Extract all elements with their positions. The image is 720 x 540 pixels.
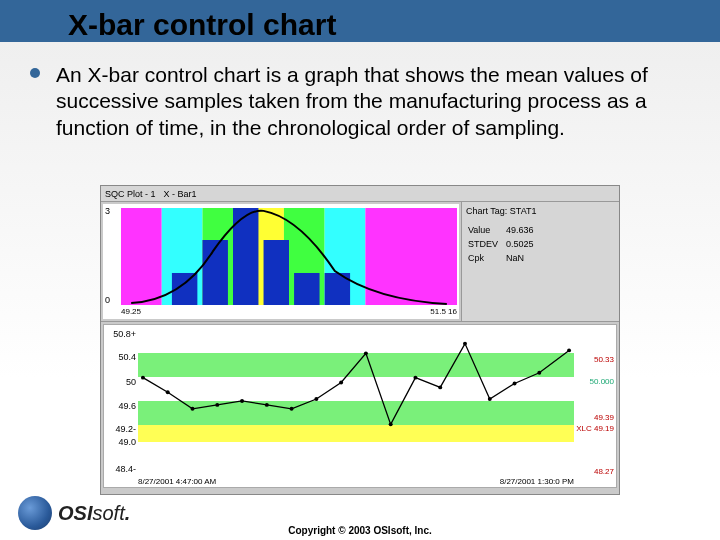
xbar-plot: 50.33 50.000 49.39 XLC 49.19 48.27 bbox=[138, 329, 574, 473]
chart-tag-header: Chart Tag: STAT1 bbox=[466, 206, 615, 216]
fig-tab-1: SQC Plot - 1 bbox=[105, 189, 156, 199]
value-value: 49.636 bbox=[506, 224, 540, 236]
ytick-4: 49.2- bbox=[115, 424, 136, 434]
stats-table: Value49.636 STDEV0.5025 CpkNaN bbox=[466, 222, 542, 266]
svg-point-13 bbox=[141, 376, 145, 380]
ytick-5: 49.0 bbox=[118, 437, 136, 447]
hist-y-max: 3 bbox=[105, 206, 110, 216]
svg-point-22 bbox=[364, 351, 368, 355]
ytick-0: 50.8+ bbox=[113, 329, 136, 339]
limit-l3: 48.27 bbox=[594, 467, 614, 476]
limit-l1: 49.39 bbox=[594, 413, 614, 422]
svg-rect-0 bbox=[121, 208, 162, 305]
svg-point-28 bbox=[513, 382, 517, 386]
bullet-icon bbox=[30, 68, 40, 78]
cpk-value: NaN bbox=[506, 252, 540, 264]
svg-point-16 bbox=[215, 403, 219, 407]
stdev-label: STDEV bbox=[468, 238, 504, 250]
svg-point-19 bbox=[290, 407, 294, 411]
svg-point-15 bbox=[191, 407, 195, 411]
limit-l2: XLC 49.19 bbox=[576, 424, 614, 433]
slide-title: X-bar control chart bbox=[68, 8, 344, 42]
value-label: Value bbox=[468, 224, 504, 236]
svg-point-29 bbox=[537, 371, 541, 375]
hist-plot bbox=[121, 208, 457, 305]
svg-point-27 bbox=[488, 397, 492, 401]
logo-soft: soft bbox=[92, 502, 124, 524]
hist-x-left: 49.25 bbox=[121, 307, 141, 319]
hist-y-axis: 3 0 bbox=[105, 206, 119, 305]
cpk-label: Cpk bbox=[468, 252, 504, 264]
spc-screenshot: SQC Plot - 1 X - Bar1 3 0 bbox=[100, 185, 620, 495]
xbar-chart: 50.8+ 50.4 50 49.6 49.2- 49.0 48.4- 50.3… bbox=[103, 324, 617, 488]
histogram-chart: 3 0 bbox=[103, 204, 459, 319]
hist-x-axis: 49.25 51.5 16 bbox=[121, 307, 457, 319]
hist-x-right: 51.5 16 bbox=[430, 307, 457, 319]
svg-point-14 bbox=[166, 390, 170, 394]
svg-rect-6 bbox=[365, 208, 457, 305]
svg-point-20 bbox=[314, 397, 318, 401]
ytick-2: 50 bbox=[126, 377, 136, 387]
svg-point-24 bbox=[413, 376, 417, 380]
figure-titlebar: SQC Plot - 1 X - Bar1 bbox=[101, 186, 619, 202]
xbar-x-left: 8/27/2001 4:47:00 AM bbox=[138, 477, 216, 486]
svg-point-30 bbox=[567, 348, 571, 352]
stdev-value: 0.5025 bbox=[506, 238, 540, 250]
logo-bold: OSI bbox=[58, 502, 92, 524]
logo-text: OSIsoft. bbox=[58, 502, 130, 525]
svg-point-18 bbox=[265, 403, 269, 407]
svg-rect-11 bbox=[294, 273, 319, 305]
svg-point-25 bbox=[438, 385, 442, 389]
ytick-6: 48.4- bbox=[115, 464, 136, 474]
svg-rect-10 bbox=[264, 240, 289, 305]
svg-point-23 bbox=[389, 422, 393, 426]
body-paragraph: An X-bar control chart is a graph that s… bbox=[56, 62, 676, 141]
ytick-3: 49.6 bbox=[118, 401, 136, 411]
svg-point-17 bbox=[240, 399, 244, 403]
xbar-x-right: 8/27/2001 1:30:0 PM bbox=[500, 477, 574, 486]
fig-tab-2: X - Bar1 bbox=[164, 189, 197, 199]
xbar-x-axis: 8/27/2001 4:47:00 AM 8/27/2001 1:30:0 PM bbox=[138, 477, 574, 486]
xbar-y-axis: 50.8+ 50.4 50 49.6 49.2- 49.0 48.4- bbox=[106, 329, 136, 473]
hist-y-min: 0 bbox=[105, 295, 110, 305]
limit-u1: 50.33 bbox=[594, 355, 614, 364]
copyright-text: Copyright © 2003 OSIsoft, Inc. bbox=[0, 525, 720, 536]
limit-center: 50.000 bbox=[590, 377, 614, 386]
chart-info-panel: Chart Tag: STAT1 Value49.636 STDEV0.5025… bbox=[461, 202, 619, 321]
svg-point-26 bbox=[463, 342, 467, 346]
svg-point-21 bbox=[339, 381, 343, 385]
ytick-1: 50.4 bbox=[118, 352, 136, 362]
